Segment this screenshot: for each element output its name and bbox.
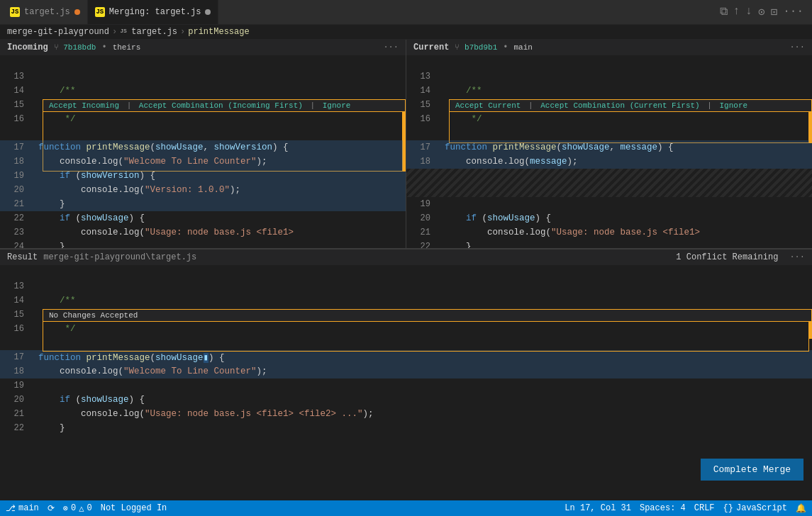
- accept-combination-incoming-link[interactable]: Accept Combination (Incoming First): [139, 101, 303, 110]
- current-line-16: 16 */: [406, 112, 812, 126]
- current-line-19-hatched: [406, 169, 812, 197]
- up-icon[interactable]: ↑: [733, 5, 740, 19]
- more-icon[interactable]: ···: [783, 5, 803, 19]
- incoming-line-17: 17 function printMessage(showUsage, show…: [0, 140, 406, 155]
- incoming-line-22: 22 if (showUsage) {: [0, 211, 406, 225]
- git-branch-icon: ⎇: [6, 503, 16, 514]
- tab-bar: JS target.js JS Merging: target.js ⧉ ↑ ↓…: [0, 0, 812, 25]
- down-icon[interactable]: ↓: [745, 5, 752, 19]
- status-bar: ⎇ main ⟳ ⊗ 0 △ 0 Not Logged In Ln 17, Co…: [0, 500, 812, 516]
- result-line-18: 18 console.log("Welcome To Line Counter"…: [0, 364, 812, 378]
- tab-merging-label: Merging: target.js: [109, 7, 201, 17]
- incoming-line-14: 14 /**: [0, 84, 406, 98]
- status-language[interactable]: {} JavaScript: [723, 503, 787, 513]
- breadcrumb: merge-git-playground › JS target.js › pr…: [0, 25, 812, 40]
- accept-current-link[interactable]: Accept Current: [455, 101, 521, 110]
- result-file-path: merge-git-playground\target.js: [43, 252, 196, 262]
- tab-target[interactable]: JS target.js: [3, 0, 88, 24]
- no-changes-banner: No Changes Accepted: [43, 309, 812, 322]
- status-errors[interactable]: ⊗ 0 △ 0: [63, 503, 92, 514]
- result-line-13: 13: [0, 279, 812, 293]
- error-icon: ⊗: [63, 503, 68, 514]
- status-feedback[interactable]: 🔔: [796, 503, 806, 514]
- tab-actions: ⧉ ↑ ↓ ⊙ ⊡ ···: [720, 5, 809, 19]
- current-line-22: 22 }: [406, 240, 812, 248]
- no-changes-label: No Changes Accepted: [49, 311, 138, 320]
- editor-area: Incoming ⑂ 7b18bdb • theirs ··· Accept I…: [0, 40, 812, 500]
- incoming-line-20: 20 console.log("Version: 1.0.0");: [0, 183, 406, 197]
- incoming-commit: ⑂ 7b18bdb: [54, 43, 96, 52]
- current-sep: •: [503, 43, 508, 52]
- status-login[interactable]: Not Logged In: [101, 503, 167, 513]
- current-line-17: 17 function printMessage(showUsage, mess…: [406, 140, 812, 155]
- status-position[interactable]: Ln 17, Col 31: [564, 503, 631, 513]
- result-line-21: 21 console.log("Usage: node base.js <fil…: [0, 407, 812, 421]
- result-line-14: 14 /**: [0, 293, 812, 308]
- tab-merging[interactable]: JS Merging: target.js: [88, 0, 219, 24]
- current-branch: main: [513, 43, 532, 52]
- result-more[interactable]: ···: [789, 252, 805, 262]
- result-header: Result merge-git-playground\target.js 1 …: [0, 249, 812, 265]
- incoming-line-19: 19 if (showVersion) {: [0, 169, 406, 183]
- incoming-conflict-header: Accept Incoming | Accept Combination (In…: [43, 99, 406, 112]
- result-line-17: 17 function printMessage(showUsage▮) {: [0, 350, 812, 364]
- breadcrumb-js-icon: JS: [120, 28, 128, 36]
- current-code[interactable]: Accept Current | Accept Combination (Cur…: [406, 55, 812, 248]
- result-line-22: 22 }: [0, 421, 812, 435]
- result-lines: 13 14 /** 15 * Prints the welcome messag…: [0, 265, 812, 435]
- js-icon: JS: [10, 7, 20, 17]
- history-icon[interactable]: ⊙: [758, 5, 765, 19]
- result-label: Result: [7, 252, 38, 262]
- breadcrumb-workspace[interactable]: merge-git-playground: [7, 27, 109, 37]
- error-label: △: [79, 503, 84, 514]
- status-sync[interactable]: ⟳: [48, 503, 55, 514]
- status-spaces[interactable]: Spaces: 4: [640, 503, 686, 513]
- incoming-sep: •: [101, 43, 106, 52]
- sync-icon: ⟳: [48, 503, 55, 514]
- current-lines: 13 14 /** 15 * Prints the welcome messag…: [406, 55, 812, 248]
- copy-icon[interactable]: ⧉: [720, 5, 728, 19]
- current-commit: ⑂ b7bd9b1: [455, 43, 497, 52]
- complete-merge-button[interactable]: Complete Merge: [701, 459, 803, 481]
- incoming-line-24: 24 }: [0, 240, 406, 248]
- breadcrumb-file[interactable]: target.js: [131, 27, 177, 37]
- current-line-19: 19: [406, 197, 812, 211]
- result-conflicts: 1 Conflict Remaining: [676, 252, 778, 262]
- status-encoding[interactable]: CRLF: [694, 503, 715, 513]
- bell-icon: 🔔: [796, 503, 806, 514]
- result-line-19: 19: [0, 378, 812, 393]
- current-line-13: 13: [406, 69, 812, 84]
- ignore-incoming-link[interactable]: Ignore: [323, 101, 351, 110]
- split-icon[interactable]: ⊡: [771, 5, 778, 19]
- result-line-16: 16 */: [0, 322, 812, 336]
- incoming-line-16: 16 */: [0, 112, 406, 126]
- status-branch[interactable]: ⎇ main: [6, 503, 39, 514]
- current-header: Current ⑂ b7bd9b1 • main ···: [406, 40, 812, 55]
- current-panel: Current ⑂ b7bd9b1 • main ··· Accept Curr…: [406, 40, 812, 248]
- current-line-20: 20 if (showUsage) {: [406, 211, 812, 225]
- current-line-18: 18 console.log(message);: [406, 155, 812, 169]
- accept-combination-current-link[interactable]: Accept Combination (Current First): [540, 101, 699, 110]
- breadcrumb-sep1: ›: [112, 27, 117, 37]
- js-icon-2: JS: [95, 7, 105, 17]
- breadcrumb-sep2: ›: [180, 27, 185, 37]
- current-label: Current: [413, 43, 449, 52]
- incoming-line-21: 21 }: [0, 197, 406, 211]
- incoming-line-13: 13: [0, 69, 406, 84]
- current-conflict-header: Accept Current | Accept Combination (Cur…: [449, 99, 812, 112]
- incoming-more[interactable]: ···: [383, 43, 399, 52]
- incoming-code[interactable]: Accept Incoming | Accept Combination (In…: [0, 55, 406, 248]
- incoming-lines: 13 14 /** 15 * Prints the welcome messag…: [0, 55, 406, 248]
- result-code[interactable]: No Changes Accepted 13 14 /** 15: [0, 265, 812, 500]
- incoming-header: Incoming ⑂ 7b18bdb • theirs ···: [0, 40, 406, 55]
- breadcrumb-symbol[interactable]: printMessage: [188, 27, 249, 37]
- braces-icon: {}: [723, 503, 733, 513]
- incoming-panel: Incoming ⑂ 7b18bdb • theirs ··· Accept I…: [0, 40, 406, 248]
- result-line-20: 20 if (showUsage) {: [0, 393, 812, 407]
- ignore-current-link[interactable]: Ignore: [720, 101, 748, 110]
- current-more[interactable]: ···: [789, 43, 805, 52]
- incoming-line-18: 18 console.log("Welcome To Line Counter"…: [0, 155, 406, 169]
- top-panels: Incoming ⑂ 7b18bdb • theirs ··· Accept I…: [0, 40, 812, 249]
- accept-incoming-link[interactable]: Accept Incoming: [49, 101, 119, 110]
- incoming-line-23: 23 console.log("Usage: node base.js <fil…: [0, 225, 406, 240]
